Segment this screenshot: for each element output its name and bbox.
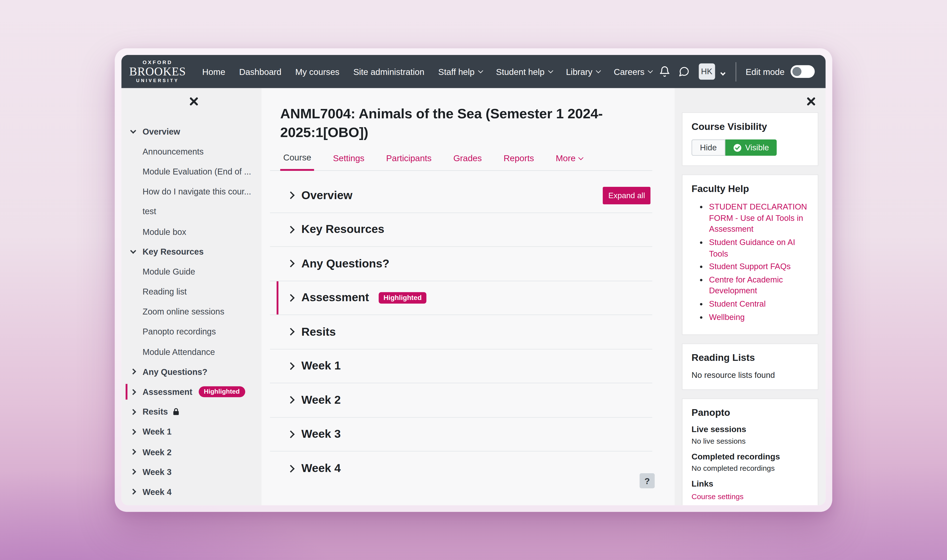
chevron-right-icon [287,260,295,268]
tab-settings[interactable]: Settings [330,149,368,170]
list-item: Wellbeing [709,312,808,323]
help-question-button[interactable]: ? [639,473,654,488]
highlighted-badge: Highlighted [379,292,427,304]
sidebar-item-assessment[interactable]: AssessmentHighlighted [131,382,255,402]
sidebar-item-module-guide[interactable]: Module Guide [131,262,255,282]
tab-participants[interactable]: Participants [383,149,435,170]
navbar-divider [735,62,736,81]
primary-nav: Home Dashboard My courses Site administr… [202,67,652,76]
link-centre-academic-development[interactable]: Centre for Academic Development [709,275,783,295]
right-drawer: Course Visibility Hide Visible Faculty H… [675,88,826,505]
nav-item-my-courses[interactable]: My courses [295,67,339,76]
navbar-right-cluster: HK Edit mode [659,62,815,81]
chevron-right-icon [287,362,295,370]
section-key-resources[interactable]: Key Resources [270,213,652,247]
close-drawer-icon[interactable] [807,97,815,106]
section-resits[interactable]: Resits [270,315,652,349]
course-settings-link[interactable]: Course settings [691,493,744,501]
list-item: STUDENT DECLARATION FORM - Use of AI Too… [709,202,808,235]
nav-item-site-administration[interactable]: Site administration [353,67,424,76]
reading-lists-title: Reading Lists [691,353,808,363]
sidebar-item-module-evaluation[interactable]: Module Evaluation (End of ... [131,162,255,182]
course-sections: Overview Expand all Key Resources Any Qu… [270,179,652,486]
list-item: Student Central [709,299,808,310]
oxford-brookes-logo[interactable]: OXFORD BROOKES UNIVERSITY [129,60,186,83]
sidebar-item-test[interactable]: test [131,202,255,222]
expand-all-button[interactable]: Expand all [603,187,651,204]
hide-button[interactable]: Hide [691,140,725,156]
sidebar-item-week-3[interactable]: Week 3 [131,462,255,482]
nav-item-library[interactable]: Library [566,67,600,76]
sidebar-item-week-2[interactable]: Week 2 [131,442,255,462]
list-item: Centre for Academic Development [709,275,808,297]
nav-item-home[interactable]: Home [202,67,225,76]
reading-lists-card: Reading Lists No resource lists found [682,344,818,390]
sidebar-item-announcements[interactable]: Announcements [131,142,255,162]
sidebar-item-week-4[interactable]: Week 4 [131,482,255,502]
user-menu-chevron-icon[interactable] [721,66,725,77]
live-sessions-empty: No live sessions [691,437,808,446]
section-week-2[interactable]: Week 2 [270,383,652,417]
top-navbar: OXFORD BROOKES UNIVERSITY Home Dashboard… [121,55,826,88]
link-student-guidance-ai[interactable]: Student Guidance on AI Tools [709,238,795,258]
faculty-help-title: Faculty Help [691,183,808,194]
nav-item-careers[interactable]: Careers [614,67,652,76]
chevron-right-icon [130,369,136,375]
link-student-declaration-form[interactable]: STUDENT DECLARATION FORM - Use of AI Too… [709,202,807,234]
sidebar-item-key-resources[interactable]: Key Resources [131,242,255,262]
course-visibility-card: Course Visibility Hide Visible [682,112,818,166]
tab-course[interactable]: Course [280,149,314,171]
edit-mode-label: Edit mode [746,67,785,76]
sidebar-item-week-1[interactable]: Week 1 [131,422,255,442]
sidebar-item-reading-list[interactable]: Reading list [131,282,255,302]
panopto-title: Panopto [691,408,808,418]
course-tabs: Course Settings Participants Grades Repo… [280,149,652,170]
section-overview[interactable]: Overview Expand all [270,179,652,213]
user-avatar[interactable]: HK [699,63,715,80]
visibility-button-group: Hide Visible [691,140,808,156]
section-week-4[interactable]: Week 4 [270,452,652,486]
tab-grades[interactable]: Grades [450,149,485,170]
nav-item-staff-help[interactable]: Staff help [438,67,482,76]
course-visibility-title: Course Visibility [691,121,808,132]
sidebar-item-module-attendance[interactable]: Module Attendance [131,342,255,362]
sidebar-item-overview[interactable]: Overview [131,121,255,141]
sidebar-item-zoom-online-sessions[interactable]: Zoom online sessions [131,302,255,322]
course-tabs-bar: Course Settings Participants Grades Repo… [270,149,652,171]
windows-link[interactable]: Windows [758,505,788,505]
visible-button[interactable]: Visible [725,140,777,156]
sidebar-item-resits[interactable]: Resits [131,402,255,422]
check-circle-icon [733,143,741,152]
tab-reports[interactable]: Reports [500,149,537,170]
browser-window: OXFORD BROOKES UNIVERSITY Home Dashboard… [115,48,832,512]
chevron-right-icon [130,449,136,455]
section-week-3[interactable]: Week 3 [270,417,652,452]
section-week-1[interactable]: Week 1 [270,349,652,383]
chevron-right-icon [130,469,136,475]
chevron-right-icon [287,294,295,302]
section-any-questions[interactable]: Any Questions? [270,247,652,281]
chevron-right-icon [130,389,136,395]
close-course-index-icon[interactable] [132,97,256,106]
toggle-knob [792,67,802,76]
sidebar-item-any-questions[interactable]: Any Questions? [131,362,255,382]
link-wellbeing[interactable]: Wellbeing [709,312,745,322]
link-student-support-faqs[interactable]: Student Support FAQs [709,262,791,271]
completed-recordings-heading: Completed recordings [691,452,808,462]
sidebar-item-panopto-recordings[interactable]: Panopto recordings [131,322,255,342]
chevron-right-icon [130,489,136,495]
chevron-down-icon [130,248,136,254]
nav-item-student-help[interactable]: Student help [496,67,552,76]
sidebar-item-how-do-i-navigate[interactable]: How do I navigate this cour... [131,182,255,202]
page-title: ANML7004: Animals of the Sea (Semester 1… [280,105,650,142]
link-student-central[interactable]: Student Central [709,300,766,309]
logo-line-university: UNIVERSITY [129,78,186,83]
nav-item-dashboard[interactable]: Dashboard [239,67,282,76]
tab-more[interactable]: More [553,149,585,170]
reading-lists-empty-text: No resource lists found [691,371,808,380]
notifications-bell-icon[interactable] [659,66,670,77]
section-assessment[interactable]: Assessment Highlighted [270,281,652,315]
messages-chat-icon[interactable] [678,66,690,77]
sidebar-item-module-box[interactable]: Module box [131,222,255,242]
edit-mode-toggle[interactable] [791,65,815,78]
